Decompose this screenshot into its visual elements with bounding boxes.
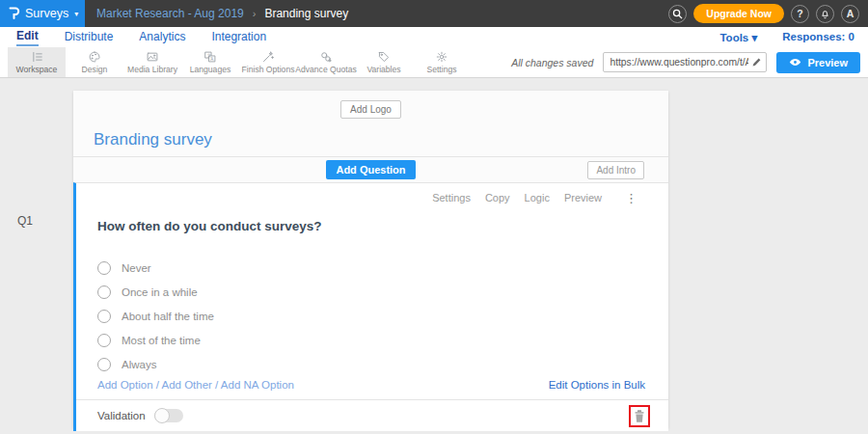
section-nav: Edit Distribute Analytics Integration To… xyxy=(0,27,868,47)
notifications-button[interactable] xyxy=(816,5,834,23)
breadcrumb-separator: › xyxy=(253,8,257,19)
breadcrumb-parent[interactable]: Market Research - Aug 2019 xyxy=(96,7,244,20)
radio-button[interactable] xyxy=(97,261,111,275)
avatar[interactable]: A xyxy=(841,5,859,23)
tab-integration[interactable]: Integration xyxy=(211,30,266,45)
toolbar-right: All changes saved https://www.questionpr… xyxy=(511,47,868,77)
tag-icon xyxy=(377,50,391,64)
tab-analytics[interactable]: Analytics xyxy=(139,30,185,45)
surveys-menu-label: Surveys xyxy=(25,7,68,20)
highlight-box xyxy=(629,405,650,427)
survey-card: Add Logo Branding survey Add Question Ad… xyxy=(73,91,668,428)
palette-icon xyxy=(88,50,101,64)
radio-button[interactable] xyxy=(97,310,111,323)
toolbar-item-workspace[interactable]: Workspace xyxy=(8,47,66,77)
surveys-menu[interactable]: Surveys ▾ xyxy=(0,0,85,27)
option-label[interactable]: Never xyxy=(122,262,151,274)
chevron-down-icon: ▾ xyxy=(74,10,78,18)
option-label[interactable]: Always xyxy=(122,359,156,370)
option-row: Always xyxy=(97,352,668,376)
gear-icon xyxy=(435,50,448,64)
edit-url-button[interactable] xyxy=(748,57,762,68)
validation-row: Validation xyxy=(76,399,668,431)
upgrade-now-button[interactable]: Upgrade Now xyxy=(693,4,784,23)
topbar-actions: Upgrade Now ? A xyxy=(668,4,868,23)
question-copy-link[interactable]: Copy xyxy=(485,192,510,203)
magic-wand-icon xyxy=(261,50,275,64)
survey-url-value: https://www.questionpro.com/t/APNrFZ xyxy=(610,57,748,68)
add-logo-button[interactable]: Add Logo xyxy=(340,100,401,119)
breadcrumb-current: Branding survey xyxy=(264,7,348,20)
validation-label: Validation xyxy=(97,410,146,421)
option-row: Never xyxy=(97,256,668,280)
breadcrumb: Market Research - Aug 2019 › Branding su… xyxy=(96,7,348,20)
toolbar-item-variables[interactable]: Variables xyxy=(355,47,413,77)
add-option-links[interactable]: Add Option / Add Other / Add NA Option xyxy=(97,379,294,393)
links-icon xyxy=(319,50,333,64)
tab-edit[interactable]: Edit xyxy=(16,29,39,46)
trash-icon xyxy=(634,409,645,423)
option-links-row: Add Option / Add Other / Add NA Option E… xyxy=(97,379,645,393)
question-block: Settings Copy Logic Preview ⋮ How often … xyxy=(73,182,668,431)
radio-button[interactable] xyxy=(97,358,111,371)
toolbar-item-design[interactable]: Design xyxy=(66,47,123,77)
edit-options-in-bulk-link[interactable]: Edit Options in Bulk xyxy=(549,379,645,393)
help-button[interactable]: ? xyxy=(791,5,809,23)
answer-options: Never Once in a while About half the tim… xyxy=(97,256,668,376)
add-question-button[interactable]: Add Question xyxy=(326,160,415,179)
toolbar-item-finish-options[interactable]: Finish Options xyxy=(239,47,297,77)
nav-right: Tools ▾ Responses: 0 xyxy=(719,31,868,44)
editor-content: Q1 Add Logo Branding survey Add Question… xyxy=(0,78,868,434)
preview-button[interactable]: Preview xyxy=(776,52,860,73)
survey-title[interactable]: Branding survey xyxy=(94,130,668,149)
search-button[interactable] xyxy=(668,5,687,23)
add-intro-button[interactable]: Add Intro xyxy=(587,161,644,179)
toolbar-item-settings[interactable]: Settings xyxy=(413,47,471,77)
radio-button[interactable] xyxy=(97,334,111,347)
top-bar: Surveys ▾ Market Research - Aug 2019 › B… xyxy=(0,0,868,27)
question-text[interactable]: How often do you conduct surveys? xyxy=(97,218,668,234)
eye-icon xyxy=(789,58,801,67)
questionpro-logo-icon xyxy=(9,7,20,20)
toolbar-item-media-library[interactable]: Media Library xyxy=(123,47,181,77)
tools-menu[interactable]: Tools ▾ xyxy=(719,31,757,44)
question-toolbar: Settings Copy Logic Preview ⋮ xyxy=(76,183,668,212)
toolbar-item-advance-quotas[interactable]: Advance Quotas xyxy=(297,47,355,77)
responses-count[interactable]: Responses: 0 xyxy=(782,31,854,44)
toolbar-item-languages[interactable]: 文A Languages xyxy=(181,47,239,77)
pencil-icon xyxy=(751,57,762,68)
translate-icon: 文A xyxy=(203,50,217,64)
question-settings-link[interactable]: Settings xyxy=(432,192,471,203)
radio-button[interactable] xyxy=(97,285,111,299)
kebab-menu-icon[interactable]: ⋮ xyxy=(625,191,637,205)
question-number: Q1 xyxy=(17,214,33,228)
delete-question-button[interactable] xyxy=(634,409,645,423)
question-logic-link[interactable]: Logic xyxy=(525,192,550,203)
search-icon xyxy=(672,9,683,19)
option-row: Most of the time xyxy=(97,328,668,352)
save-status: All changes saved xyxy=(511,57,593,68)
bell-icon xyxy=(820,8,830,19)
survey-actions-row: Add Question Add Intro xyxy=(73,156,668,182)
question-preview-link[interactable]: Preview xyxy=(564,192,602,203)
option-row: About half the time xyxy=(97,304,668,328)
editor-toolbar: Workspace Design Media Library 文A Langua… xyxy=(0,47,868,78)
survey-url-field[interactable]: https://www.questionpro.com/t/APNrFZ xyxy=(603,52,767,72)
image-icon xyxy=(146,50,159,64)
tab-distribute[interactable]: Distribute xyxy=(65,30,114,45)
validation-toggle[interactable] xyxy=(154,409,183,422)
workspace-icon xyxy=(30,50,43,64)
option-label[interactable]: Once in a while xyxy=(122,286,198,298)
option-label[interactable]: Most of the time xyxy=(122,335,201,346)
logo-row: Add Logo xyxy=(73,91,668,119)
option-label[interactable]: About half the time xyxy=(122,311,214,322)
toggle-knob xyxy=(154,408,170,423)
option-row: Once in a while xyxy=(97,280,668,304)
